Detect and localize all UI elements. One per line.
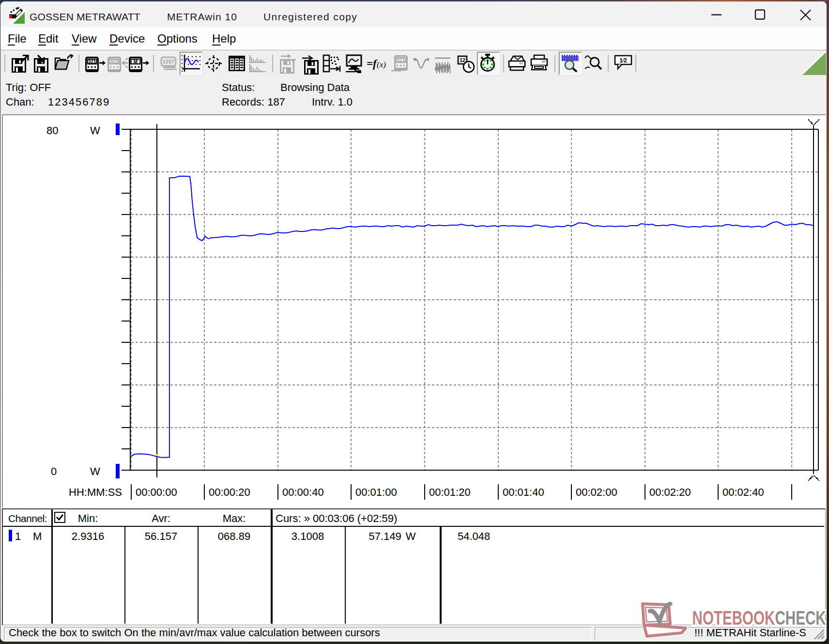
svg-text:1257: 1257 (163, 59, 174, 64)
svg-text:M: M (134, 59, 138, 64)
svg-text:321: 321 (397, 58, 405, 63)
svg-text:321: 321 (110, 59, 119, 64)
svg-text:1⁄2: 1⁄2 (619, 57, 627, 64)
svg-text:(x): (x) (377, 60, 386, 69)
svg-text:=f: =f (367, 58, 378, 70)
svg-text:321: 321 (88, 59, 96, 64)
svg-text:NOTEBOOKCHECK: NOTEBOOKCHECK (692, 607, 827, 629)
svg-text:12: 12 (460, 57, 465, 63)
